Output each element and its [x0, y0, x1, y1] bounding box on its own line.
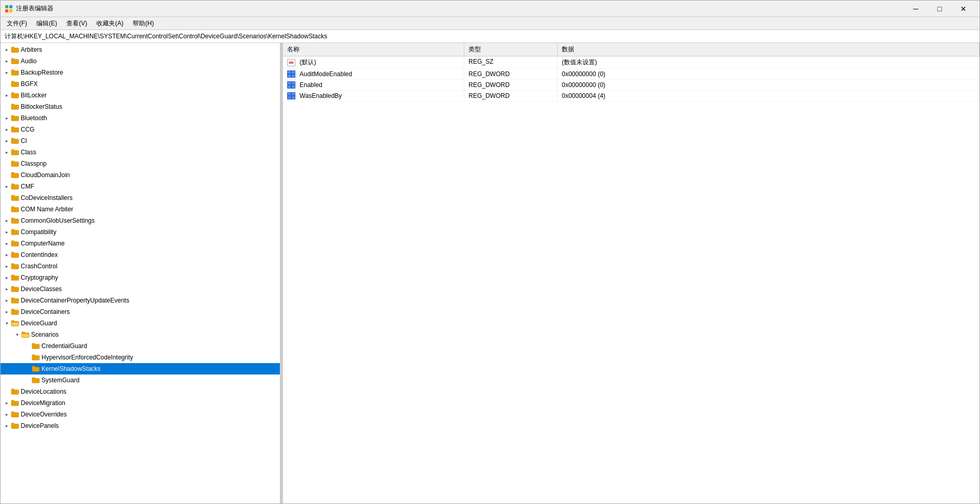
- expand-btn-contentindex[interactable]: ▸: [3, 251, 11, 259]
- expand-btn-devicecontainers[interactable]: ▸: [3, 308, 11, 316]
- tree-label-arbiters: Arbiters: [21, 46, 42, 53]
- dword-icon-wasenabledby: [287, 92, 295, 99]
- expand-btn-ci[interactable]: ▸: [3, 137, 11, 145]
- tree-item-computername[interactable]: ▸ ComputerName: [1, 238, 280, 249]
- tree-item-ccg[interactable]: ▸ CCG: [1, 124, 280, 135]
- table-row-default[interactable]: ab(默认)REG_SZ(数值未设置): [283, 56, 979, 69]
- tree-item-systemguard[interactable]: SystemGuard: [1, 375, 280, 386]
- tree-item-deviceoverrides[interactable]: ▸ DeviceOverrides: [1, 409, 280, 420]
- maximize-button[interactable]: □: [928, 1, 951, 17]
- folder-icon-devicecontainers: [11, 308, 19, 316]
- expand-btn-ccg[interactable]: ▸: [3, 125, 11, 134]
- expand-btn-audio[interactable]: ▸: [3, 57, 11, 65]
- expand-btn-cmf[interactable]: ▸: [3, 182, 11, 191]
- expand-btn-computername[interactable]: ▸: [3, 239, 11, 248]
- expand-btn-deviceoverrides[interactable]: ▸: [3, 410, 11, 419]
- expand-btn-devicecontainerpropertyupdateevents[interactable]: ▸: [3, 296, 11, 305]
- expand-btn-cryptography[interactable]: ▸: [3, 273, 11, 282]
- tree-label-bitlockerstatus: BitlockerStatus: [21, 103, 62, 110]
- menu-edit[interactable]: 编辑(E): [32, 18, 61, 29]
- tree-label-contentindex: ContentIndex: [21, 251, 58, 258]
- expand-btn-deviceclasses[interactable]: ▸: [3, 285, 11, 293]
- ab-icon-default: ab: [287, 59, 295, 66]
- expand-btn-crashcontrol[interactable]: ▸: [3, 262, 11, 270]
- tree-item-bgfx[interactable]: BGFX: [1, 78, 280, 90]
- tree-item-scenarios[interactable]: ▾ Scenarios: [1, 329, 280, 340]
- tree-item-cmf[interactable]: ▸ CMF: [1, 181, 280, 192]
- tree-item-devicepanels[interactable]: ▸ DevicePanels: [1, 420, 280, 431]
- svg-rect-3: [9, 9, 12, 12]
- tree-item-contentindex[interactable]: ▸ ContentIndex: [1, 249, 280, 261]
- svg-rect-11: [292, 82, 295, 84]
- tree-item-credentialguard[interactable]: CredentialGuard: [1, 340, 280, 352]
- expand-btn-bitlocker[interactable]: ▸: [3, 91, 11, 99]
- tree-item-deviceguard[interactable]: ▾ DeviceGuard: [1, 318, 280, 329]
- value-type-auditmodeenabled: REG_DWORD: [464, 69, 558, 79]
- tree-item-kernelshadowstacks[interactable]: KernelShadowStacks: [1, 363, 280, 375]
- tree-item-hypervisorenforcedcodeintegrity[interactable]: HypervisorEnforcedCodeIntegrity: [1, 352, 280, 363]
- table-row-auditmodeenabled[interactable]: AuditModeEnabledREG_DWORD0x00000000 (0): [283, 69, 979, 80]
- menu-file[interactable]: 文件(F): [3, 18, 31, 29]
- folder-icon-computername: [11, 239, 19, 248]
- expand-btn-class[interactable]: ▸: [3, 148, 11, 156]
- tree-label-scenarios: Scenarios: [31, 331, 59, 338]
- close-button[interactable]: ✕: [951, 1, 975, 17]
- tree-item-bitlocker[interactable]: ▸ BitLocker: [1, 90, 280, 101]
- tree-label-ccg: CCG: [21, 126, 35, 133]
- menu-favorites[interactable]: 收藏夹(A): [92, 18, 127, 29]
- tree-item-cryptography[interactable]: ▸ Cryptography: [1, 272, 280, 283]
- table-row-enabled[interactable]: EnabledREG_DWORD0x00000000 (0): [283, 80, 979, 91]
- expand-btn-devicemigration[interactable]: ▸: [3, 399, 11, 407]
- tree-item-devicecontainerpropertyupdateevents[interactable]: ▸ DeviceContainerPropertyUpdateEvents: [1, 295, 280, 306]
- tree-item-codeviceinstallers[interactable]: CoDeviceInstallers: [1, 192, 280, 204]
- folder-icon-compatibility: [11, 228, 19, 236]
- tree-label-systemguard: SystemGuard: [41, 377, 79, 384]
- tree-item-bitlockerstatus[interactable]: BitlockerStatus: [1, 101, 280, 112]
- expand-btn-devicepanels[interactable]: ▸: [3, 422, 11, 430]
- tree-item-devicecontainers[interactable]: ▸ DeviceContainers: [1, 306, 280, 318]
- menu-view[interactable]: 查看(V): [62, 18, 91, 29]
- expand-btn-bluetooth[interactable]: ▸: [3, 114, 11, 122]
- svg-rect-16: [292, 93, 295, 95]
- folder-icon-cmf: [11, 182, 19, 191]
- window-controls: ─ □ ✕: [904, 1, 975, 17]
- dword-icon-auditmodeenabled: [287, 70, 295, 78]
- minimize-button[interactable]: ─: [904, 1, 928, 17]
- expand-btn-deviceguard[interactable]: ▾: [3, 319, 11, 327]
- tree-item-backuprestore[interactable]: ▸ BackupRestore: [1, 67, 280, 78]
- header-data: 数据: [558, 43, 979, 56]
- tree-item-deviceclasses[interactable]: ▸ DeviceClasses: [1, 283, 280, 295]
- table-body: ab(默认)REG_SZ(数值未设置)AuditModeEnabledREG_D…: [283, 56, 979, 503]
- folder-icon-kernelshadowstacks: [32, 365, 40, 373]
- tree-item-crashcontrol[interactable]: ▸ CrashControl: [1, 261, 280, 272]
- tree-item-classpnp[interactable]: Classpnp: [1, 158, 280, 169]
- tree-item-audio[interactable]: ▸ Audio: [1, 55, 280, 67]
- tree-item-bluetooth[interactable]: ▸ Bluetooth: [1, 112, 280, 124]
- expand-btn-scenarios[interactable]: ▾: [13, 330, 21, 339]
- tree-item-comnamearbiter[interactable]: COM Name Arbiter: [1, 204, 280, 215]
- folder-icon-scenarios: [21, 330, 30, 339]
- value-name-auditmodeenabled: AuditModeEnabled: [283, 69, 464, 79]
- menu-help[interactable]: 帮助(H): [129, 18, 158, 29]
- tree-item-commonglobusersettings[interactable]: ▸ CommonGlobUserSettings: [1, 215, 280, 226]
- folder-icon-backuprestore: [11, 68, 19, 77]
- tree-item-class[interactable]: ▸ Class: [1, 147, 280, 158]
- tree-item-arbiters[interactable]: ▸ Arbiters: [1, 44, 280, 55]
- tree-item-ci[interactable]: ▸ CI: [1, 135, 280, 147]
- expand-btn-commonglobusersettings[interactable]: ▸: [3, 217, 11, 225]
- expand-btn-compatibility[interactable]: ▸: [3, 228, 11, 236]
- tree-label-kernelshadowstacks: KernelShadowStacks: [41, 365, 101, 372]
- folder-icon-codeviceinstallers: [11, 194, 19, 202]
- tree-label-hypervisorenforcedcodeintegrity: HypervisorEnforcedCodeIntegrity: [41, 354, 133, 361]
- tree-item-clouddomainjoin[interactable]: CloudDomainJoin: [1, 169, 280, 181]
- folder-icon-deviceclasses: [11, 285, 19, 293]
- table-row-wasenabledby[interactable]: WasEnabledByREG_DWORD0x00000004 (4): [283, 91, 979, 102]
- folder-icon-deviceoverrides: [11, 410, 19, 419]
- expand-btn-backuprestore[interactable]: ▸: [3, 68, 11, 77]
- tree-item-compatibility[interactable]: ▸ Compatibility: [1, 226, 280, 238]
- tree-panel[interactable]: ▸ Arbiters▸ Audio▸ BackupRestore BGFX▸ B…: [1, 43, 280, 503]
- tree-item-devicemigration[interactable]: ▸ DeviceMigration: [1, 397, 280, 409]
- tree-item-devicelocations[interactable]: DeviceLocations: [1, 386, 280, 397]
- tree-label-cryptography: Cryptography: [21, 274, 58, 281]
- expand-btn-arbiters[interactable]: ▸: [3, 46, 11, 54]
